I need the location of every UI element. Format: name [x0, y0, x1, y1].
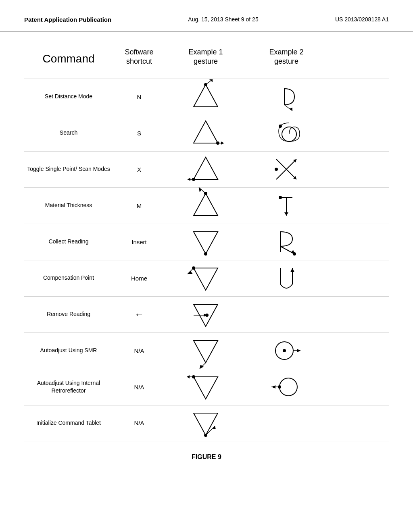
gesture1-initialize: [165, 409, 246, 437]
main-content: Command Software shortcut Example 1 gest…: [0, 35, 413, 477]
row-set-distance-mode: Set Distance Mode N: [24, 79, 389, 115]
col-command: Command: [24, 52, 113, 66]
gesture1-collect-reading: [165, 228, 246, 256]
shortcut-remove-reading: ←: [113, 309, 165, 320]
svg-point-11: [279, 125, 282, 128]
gesture2-search: [246, 119, 327, 147]
gesture1-remove-reading: [165, 300, 246, 328]
svg-point-27: [279, 196, 282, 199]
shortcut-search: S: [113, 130, 165, 137]
shortcut-autoadjust-smr: N/A: [113, 347, 165, 354]
row-remove-reading: Remove Reading ←: [24, 296, 389, 332]
cmd-material-thickness: Material Thickness: [24, 197, 113, 214]
row-collect-reading: Collect Reading Insert: [24, 224, 389, 260]
cmd-toggle: Toggle Single Point/ Scan Modes: [24, 161, 113, 177]
row-compensation-point: Compensation Point Home: [24, 260, 389, 296]
gesture2-set-distance-mode: [246, 83, 327, 111]
svg-marker-0: [194, 85, 218, 107]
row-search: Search S: [24, 115, 389, 151]
shortcut-autoadjust-internal: N/A: [113, 384, 165, 391]
svg-point-58: [278, 385, 281, 389]
header-date-sheet: Aug. 15, 2013 Sheet 9 of 25: [188, 16, 258, 23]
svg-point-55: [280, 378, 297, 396]
gesture1-search: [165, 119, 246, 147]
gesture2-compensation-point: [246, 264, 327, 292]
svg-marker-15: [188, 178, 190, 181]
page-header: Patent Application Publication Aug. 15, …: [0, 0, 413, 31]
svg-point-48: [283, 349, 286, 352]
svg-marker-5: [289, 108, 292, 111]
gesture-table: Command Software shortcut Example 1 gest…: [24, 44, 389, 441]
row-autoadjust-smr: Autoadjust Using SMR N/A: [24, 332, 389, 369]
cmd-autoadjust-internal: Autoadjust Using Internal Retroreflector: [24, 375, 113, 399]
svg-marker-21: [194, 193, 218, 216]
gesture1-set-distance-mode: [165, 83, 246, 111]
svg-point-18: [275, 168, 278, 171]
svg-marker-28: [284, 212, 288, 216]
gesture1-autoadjust-internal: [165, 373, 246, 401]
gesture1-autoadjust-smr: [165, 337, 246, 365]
shortcut-set-distance-mode: N: [113, 94, 165, 100]
svg-marker-29: [194, 232, 218, 254]
gesture2-toggle: [246, 155, 327, 183]
page: Patent Application Publication Aug. 15, …: [0, 0, 413, 532]
svg-marker-51: [194, 377, 218, 399]
row-autoadjust-internal: Autoadjust Using Internal Retroreflector…: [24, 369, 389, 405]
svg-marker-50: [297, 349, 300, 352]
cmd-autoadjust-smr: Autoadjust Using SMR: [24, 343, 113, 359]
cmd-collect-reading: Collect Reading: [24, 234, 113, 250]
gesture2-autoadjust-internal: [246, 373, 327, 401]
svg-marker-12: [194, 157, 218, 179]
figure-label: FIGURE 9: [24, 453, 389, 461]
col-shortcut: Software shortcut: [113, 48, 165, 66]
gesture1-toggle: [165, 155, 246, 183]
row-toggle: Toggle Single Point/ Scan Modes X: [24, 151, 389, 187]
gesture1-material-thickness: [165, 191, 246, 220]
shortcut-initialize: N/A: [113, 420, 165, 426]
gesture1-compensation-point: [165, 264, 246, 292]
svg-marker-39: [290, 268, 294, 272]
header-publication-label: Patent Application Publication: [24, 16, 111, 23]
svg-marker-9: [221, 141, 224, 145]
cmd-search: Search: [24, 125, 113, 141]
svg-point-30: [204, 252, 207, 256]
gesture2-autoadjust-smr: [246, 337, 327, 365]
header-patent-number: US 2013/0208128 A1: [335, 16, 389, 23]
svg-marker-54: [187, 375, 190, 378]
shortcut-collect-reading: Insert: [113, 239, 165, 245]
shortcut-material-thickness: M: [113, 202, 165, 209]
svg-marker-24: [199, 187, 202, 192]
svg-marker-35: [194, 268, 218, 290]
row-material-thickness: Material Thickness M: [24, 187, 389, 224]
gesture2-collect-reading: [246, 228, 327, 256]
svg-marker-57: [271, 385, 275, 389]
shortcut-compensation-point: Home: [113, 275, 165, 282]
col-example2: Example 2 gesture: [246, 48, 327, 66]
row-initialize: Initialize Command Tablet N/A: [24, 405, 389, 441]
svg-marker-44: [194, 341, 218, 363]
cmd-compensation-point: Compensation Point: [24, 270, 113, 286]
cmd-initialize: Initialize Command Tablet: [24, 415, 113, 431]
svg-marker-59: [194, 413, 218, 435]
cmd-set-distance-mode: Set Distance Mode: [24, 89, 113, 105]
shortcut-toggle: X: [113, 166, 165, 173]
svg-point-43: [205, 314, 209, 317]
gesture2-material-thickness: [246, 191, 327, 220]
cmd-remove-reading: Remove Reading: [24, 306, 113, 322]
svg-marker-38: [188, 271, 193, 274]
col-example1: Example 1 gesture: [165, 48, 246, 66]
column-headers: Command Software shortcut Example 1 gest…: [24, 44, 389, 75]
svg-marker-6: [194, 121, 218, 143]
